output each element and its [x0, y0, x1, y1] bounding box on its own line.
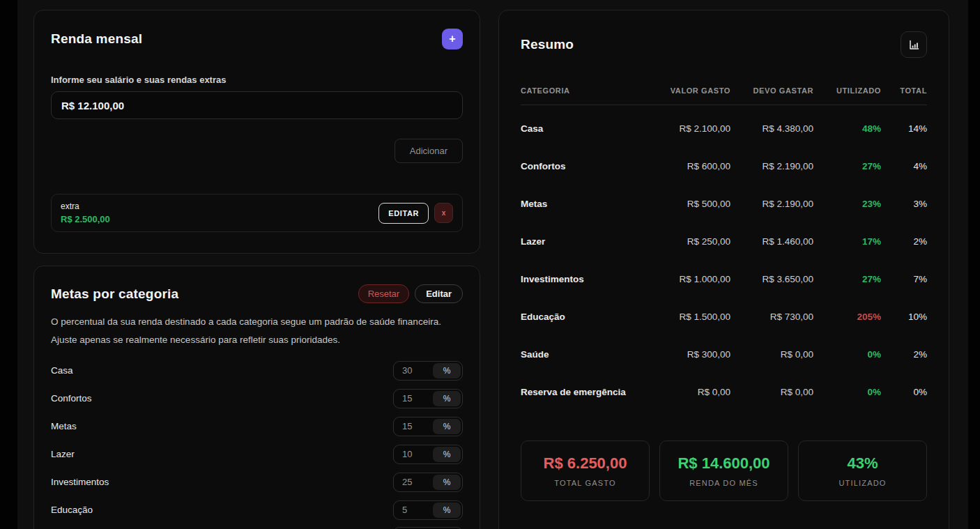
cell-total: 3% [881, 199, 927, 209]
goal-row-confortos: Confortos % [51, 385, 463, 413]
percent-suffix: % [433, 419, 461, 434]
summary-label: RENDA DO MÊS [666, 479, 782, 487]
window-edge-right [968, 0, 980, 529]
percent-suffix: % [433, 475, 461, 490]
summary-value: 43% [804, 454, 921, 473]
cell-devo-gastar: R$ 2.190,00 [730, 199, 813, 209]
goal-percent-input[interactable] [394, 362, 431, 380]
cell-utilizado: 27% [813, 161, 881, 171]
add-income-button[interactable]: + [442, 29, 463, 49]
cell-total: 0% [881, 387, 927, 397]
summary-value: R$ 14.600,00 [666, 454, 782, 473]
cell-valor-gasto: R$ 2.100,00 [626, 123, 730, 134]
percent-suffix: % [433, 447, 461, 462]
cell-categoria: Confortos [521, 161, 626, 171]
goal-label: Investimentos [51, 477, 109, 487]
goal-label: Educação [51, 505, 93, 515]
goal-input-group: % [393, 445, 463, 464]
goal-row-lazer: Lazer % [51, 440, 463, 468]
extra-delete-button[interactable]: x [434, 203, 453, 223]
goal-percent-input[interactable] [394, 501, 431, 519]
cell-total: 10% [881, 312, 927, 322]
resetar-button[interactable]: Resetar [358, 284, 410, 303]
goal-row-casa: Casa % [51, 357, 463, 385]
window-edge-left [0, 0, 17, 529]
goal-input-group: % [393, 389, 463, 408]
table-body: Casa R$ 2.100,00 R$ 4.380,00 48% 14% Con… [521, 109, 927, 411]
cell-categoria: Reserva de emergência [521, 387, 626, 397]
cell-utilizado: 0% [813, 387, 881, 397]
cell-devo-gastar: R$ 0,00 [730, 349, 813, 360]
goal-row-educacao: Educação % [51, 496, 463, 524]
cell-valor-gasto: R$ 600,00 [626, 161, 730, 171]
cell-total: 14% [881, 123, 927, 134]
cell-categoria: Casa [521, 123, 626, 134]
adicionar-button[interactable]: Adicionar [395, 139, 463, 163]
col-devo-gastar: DEVO GASTAR [730, 86, 813, 95]
goal-percent-input[interactable] [394, 445, 431, 463]
goal-label: Casa [51, 365, 73, 376]
goal-percent-input[interactable] [394, 417, 431, 436]
goal-percent-input[interactable] [394, 390, 431, 408]
goal-row-investimentos: Investimentos % [51, 468, 463, 496]
summary-total-gasto: R$ 6.250,00 TOTAL GASTO [521, 440, 650, 501]
percent-suffix: % [433, 363, 461, 378]
close-icon: x [442, 209, 446, 217]
summary-renda-do-mes: R$ 14.600,00 RENDA DO MÊS [659, 440, 788, 501]
goal-input-group-partial [393, 527, 463, 529]
cell-categoria: Saúde [521, 349, 626, 360]
cell-categoria: Lazer [521, 236, 626, 247]
cell-devo-gastar: R$ 730,00 [730, 312, 813, 322]
col-categoria: CATEGORIA [521, 86, 626, 95]
cell-devo-gastar: R$ 1.460,00 [730, 236, 813, 247]
resumo-card: Resumo CATEGORIA VALOR GASTO DEVO GASTAR… [498, 10, 949, 529]
chart-view-button[interactable] [901, 31, 927, 58]
goal-row-metas: Metas % [51, 413, 463, 440]
goal-input-group: % [393, 361, 463, 381]
table-row: Saúde R$ 300,00 R$ 0,00 0% 2% [521, 335, 927, 373]
extra-income-name: extra [61, 201, 110, 211]
renda-mensal-title: Renda mensal [51, 31, 142, 47]
metas-header: Metas por categoria Resetar Editar [51, 284, 463, 303]
cell-utilizado: 0% [813, 349, 881, 360]
summary-boxes: R$ 6.250,00 TOTAL GASTO R$ 14.600,00 REN… [521, 440, 927, 501]
resumo-header: Resumo [521, 31, 927, 58]
cell-total: 2% [881, 349, 927, 360]
bar-chart-icon [908, 39, 920, 51]
goal-input-group: % [393, 500, 463, 520]
resumo-title: Resumo [521, 37, 574, 52]
summary-label: TOTAL GASTO [527, 479, 643, 487]
income-input[interactable] [51, 91, 463, 119]
metas-description-line2: Ajuste apenas se realmente necessário pa… [51, 331, 463, 349]
cell-devo-gastar: R$ 3.650,00 [730, 274, 813, 284]
col-utilizado: UTILIZADO [813, 86, 881, 95]
editar-button[interactable]: Editar [415, 284, 463, 303]
extra-income-amount: R$ 2.500,00 [61, 214, 110, 224]
table-row: Metas R$ 500,00 R$ 2.190,00 23% 3% [521, 185, 927, 222]
cell-devo-gastar: R$ 0,00 [730, 387, 813, 397]
cell-categoria: Educação [521, 312, 626, 322]
extra-income-actions: EDITAR x [378, 203, 453, 224]
cell-valor-gasto: R$ 0,00 [626, 387, 730, 397]
cell-utilizado: 27% [813, 274, 881, 284]
table-row: Reserva de emergência R$ 0,00 R$ 0,00 0%… [521, 373, 927, 411]
cell-total: 7% [881, 274, 927, 284]
resumo-table: CATEGORIA VALOR GASTO DEVO GASTAR UTILIZ… [521, 86, 927, 411]
cell-devo-gastar: R$ 2.190,00 [730, 161, 813, 171]
goal-percent-input[interactable] [394, 473, 431, 491]
table-row: Lazer R$ 250,00 R$ 1.460,00 17% 2% [521, 222, 927, 260]
table-header: CATEGORIA VALOR GASTO DEVO GASTAR UTILIZ… [521, 86, 927, 105]
goal-label: Metas [51, 421, 77, 431]
metas-buttons: Resetar Editar [358, 284, 463, 303]
extra-income-info: extra R$ 2.500,00 [61, 201, 110, 224]
goal-input-group: % [393, 417, 463, 436]
adicionar-row: Adicionar [51, 139, 463, 163]
extra-edit-button[interactable]: EDITAR [378, 203, 429, 224]
cell-categoria: Metas [521, 199, 626, 209]
percent-suffix: % [433, 391, 461, 406]
table-row: Investimentos R$ 1.000,00 R$ 3.650,00 27… [521, 260, 927, 298]
goal-label: Confortos [51, 393, 92, 404]
cell-valor-gasto: R$ 250,00 [626, 236, 730, 247]
cell-valor-gasto: R$ 500,00 [626, 199, 730, 209]
cell-valor-gasto: R$ 1.500,00 [626, 312, 730, 322]
